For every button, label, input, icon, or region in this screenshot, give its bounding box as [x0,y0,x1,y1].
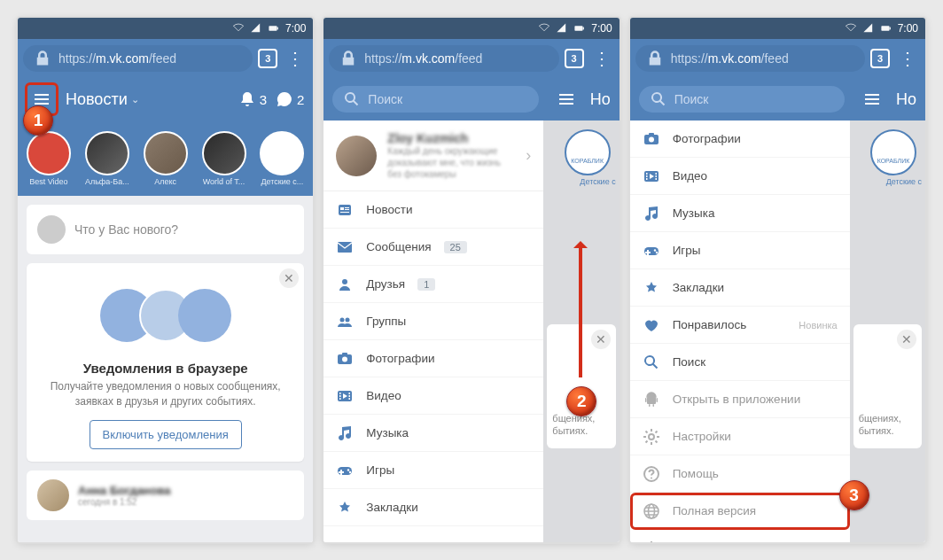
menu-item-bookmarks[interactable]: Закладки [323,489,543,526]
tab-counter[interactable]: 3 [870,49,890,68]
menu-item-games[interactable]: Игры [630,232,850,269]
stories-bar[interactable]: Best Video Альфа-Ба... Алекс World of T.… [18,121,313,196]
menu-item-like[interactable]: ПонравилосьНовинка [630,307,850,344]
story-item[interactable]: Best Video [23,131,74,186]
messages-button[interactable]: 2 [276,90,304,108]
tab-counter[interactable]: 3 [565,49,584,68]
screen-2: 7:00 https://m.vk.com/feed 3 ⋮ Поиск Но … [323,18,619,542]
tab-counter[interactable]: 3 [258,49,277,68]
browser-menu-icon[interactable]: ⋮ [895,48,920,69]
enable-notifications-button[interactable]: Включить уведомления [90,420,242,449]
menu-item-globe[interactable]: Полная версия [630,493,850,530]
story-item[interactable]: Детские с... [256,131,308,186]
menu-badge: 1 [417,278,435,291]
browser-menu-icon[interactable]: ⋮ [589,48,614,69]
hamburger-icon [863,90,881,108]
feed-post[interactable]: Анна Богданова сегодня в 1:52 [27,471,304,520]
post-avatar [37,479,69,511]
swipe-up-arrow [579,245,582,377]
signal-icon [862,22,875,35]
story-item[interactable]: Альфа-Ба... [82,131,133,186]
groups-icon [336,313,354,331]
menu-item-settings[interactable]: Настройки [630,418,850,455]
dimmed-background[interactable]: КОРАБЛИК Детские с ✕ бщениях, бытиях. 2 [543,121,619,542]
screen-1: 7:00 https://m.vk.com/feed 3 ⋮ 1 Новости… [18,18,313,542]
menu-item-video[interactable]: Видео [323,377,543,415]
search-icon [643,354,660,371]
menu-item-music[interactable]: Музыка [630,195,850,232]
story-item[interactable]: World of T... [199,131,250,186]
menu-item-games[interactable]: Игры [323,452,543,489]
photo-icon [336,350,354,368]
hamburger-icon [557,90,575,108]
close-icon[interactable]: ✕ [591,330,611,349]
menu-item-help[interactable]: Помощь [630,455,850,493]
menu-item-power[interactable]: Выход [630,530,850,542]
svg-rect-34 [269,26,277,31]
close-icon[interactable]: ✕ [279,268,299,288]
menu-item-msg[interactable]: Сообщения25 [323,229,543,266]
search-input[interactable]: Поиск [639,86,845,113]
menu-item-music[interactable]: Музыка [323,415,543,452]
side-menu: Zloy KuzmichКаждый день окружающие доказ… [323,121,543,542]
menu-label: Помощь [673,467,719,480]
menu-item-video[interactable]: Видео [630,158,850,195]
browser-menu-icon[interactable]: ⋮ [283,48,308,69]
profile-header[interactable]: Zloy KuzmichКаждый день окружающие доказ… [323,121,543,191]
menu-item-news[interactable]: Новости [323,191,543,229]
svg-rect-38 [881,26,889,31]
menu-item-bookmarks[interactable]: Закладки [630,269,850,307]
settings-icon [643,428,660,446]
promo-title: Уведомления в браузере [39,361,292,376]
composer[interactable]: Что у Вас нового? [27,205,304,254]
status-bar: 7:00 [323,18,619,39]
dimmed-background[interactable]: КОРАБЛИК Детские с ✕ бщениях, бытиях. [850,121,925,542]
menu-item-photo[interactable]: Фотографии [630,121,850,158]
url-chip[interactable]: https://m.vk.com/feed [635,45,865,72]
status-time: 7:00 [591,22,612,35]
music-icon [643,205,660,222]
search-icon [343,90,361,108]
feed-title[interactable]: Новости⌄ [66,90,139,109]
url-chip[interactable]: https://m.vk.com/feed [329,45,558,72]
menu-item-search[interactable]: Поиск [630,344,850,381]
search-input[interactable]: Поиск [332,86,538,113]
menu-item-photo[interactable]: Фотографии [323,340,543,377]
close-icon[interactable]: ✕ [897,330,916,349]
menu-label: Музыка [673,206,715,220]
wifi-empty-icon [538,22,550,35]
svg-rect-35 [277,27,277,30]
menu-label: Группы [366,315,406,328]
status-bar: 7:00 [630,18,925,39]
hamburger-menu-button[interactable] [551,84,581,114]
like-icon [643,316,660,334]
bookmarks-icon [336,499,354,517]
menu-item-friends[interactable]: Друзья1 [323,266,543,303]
content: Zloy KuzmichКаждый день окружающие доказ… [323,121,619,542]
bell-icon [238,90,256,108]
story-circle: КОРАБЛИК [565,129,611,175]
menu-item-android[interactable]: Открыть в приложении [630,381,850,418]
wifi-empty-icon [232,22,245,35]
post-time: сегодня в 1:52 [78,497,170,507]
bookmarks-icon [643,279,660,297]
step-badge-1: 1 [23,105,53,136]
url-chip[interactable]: https://m.vk.com/feed [23,45,253,72]
menu-label: Видео [366,389,401,402]
feed-title-cut: Но [590,90,611,109]
chat-icon [276,90,293,108]
video-icon [336,387,354,405]
screen-3: 7:00 https://m.vk.com/feed 3 ⋮ Поиск Но … [630,18,925,542]
notifications-button[interactable]: 3 [238,90,267,108]
hamburger-menu-button[interactable] [857,84,887,114]
menu-label: Выход [673,541,708,542]
help-icon [643,465,660,483]
feed-content: Best Video Альфа-Ба... Алекс World of T.… [18,121,313,542]
story-item[interactable]: Алекс [140,131,191,186]
feed-title-cut: Но [896,90,916,109]
menu-item-groups[interactable]: Группы [323,303,543,340]
menu-label: Новости [366,203,412,216]
menu-label: Друзья [366,277,405,291]
menu-label: Понравилось [673,318,747,331]
url-text: https://m.vk.com/feed [671,51,789,66]
